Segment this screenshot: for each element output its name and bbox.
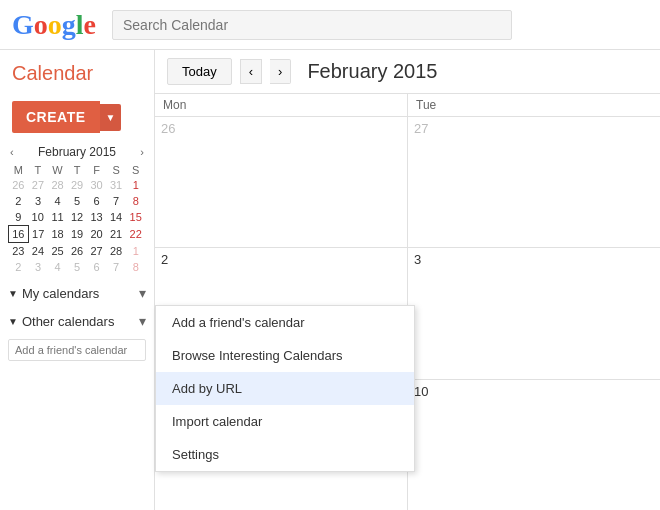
weekday-m: M xyxy=(9,163,29,177)
weekday-t: T xyxy=(28,163,48,177)
cal-day-10-feb[interactable]: 10 xyxy=(408,380,660,510)
mini-cal-day[interactable]: 19 xyxy=(67,226,87,243)
mini-cal-day[interactable]: 29 xyxy=(67,177,87,193)
prev-month-button[interactable]: ‹ xyxy=(240,59,262,84)
mini-cal-week-row: 9101112131415 xyxy=(9,209,146,226)
mini-calendar-grid: M T W T F S S 26272829303112345678910111… xyxy=(8,163,146,275)
dropdown-menu-item[interactable]: Add a friend's calendar xyxy=(156,306,414,339)
mini-cal-next-arrow[interactable]: › xyxy=(138,146,146,158)
my-calendars-label: My calendars xyxy=(22,286,99,301)
dropdown-menu-item[interactable]: Browse Interesting Calendars xyxy=(156,339,414,372)
weekday-t2: T xyxy=(67,163,87,177)
mini-cal-day[interactable]: 2 xyxy=(9,193,29,209)
mini-cal-day[interactable]: 15 xyxy=(126,209,146,226)
mini-cal-day[interactable]: 31 xyxy=(106,177,126,193)
mini-cal-day[interactable]: 6 xyxy=(87,193,107,209)
calendar-app-title: Calendar xyxy=(12,62,93,84)
mini-cal-day[interactable]: 3 xyxy=(28,193,48,209)
other-calendars-settings-icon[interactable]: ▾ xyxy=(139,313,146,329)
logo-letter-o2: o xyxy=(48,9,62,41)
mini-cal-day[interactable]: 25 xyxy=(48,243,68,260)
mini-cal-day[interactable]: 18 xyxy=(48,226,68,243)
mini-cal-day[interactable]: 10 xyxy=(28,209,48,226)
dropdown-menu-item[interactable]: Settings xyxy=(156,438,414,471)
mini-cal-day[interactable]: 27 xyxy=(87,243,107,260)
my-calendars-section[interactable]: ▼ My calendars ▾ xyxy=(0,279,154,307)
my-calendars-toggle-icon: ▼ xyxy=(8,288,18,299)
google-logo: Google xyxy=(12,9,96,41)
today-button[interactable]: Today xyxy=(167,58,232,85)
mini-cal-day[interactable]: 28 xyxy=(48,177,68,193)
mini-calendar-month-label: February 2015 xyxy=(38,145,116,159)
mini-cal-day[interactable]: 20 xyxy=(87,226,107,243)
mini-cal-day[interactable]: 24 xyxy=(28,243,48,260)
mini-cal-day[interactable]: 12 xyxy=(67,209,87,226)
my-calendars-settings-icon[interactable]: ▾ xyxy=(139,285,146,301)
mini-cal-week-row: 2627282930311 xyxy=(9,177,146,193)
weekday-s2: S xyxy=(126,163,146,177)
mini-cal-day[interactable]: 7 xyxy=(106,259,126,275)
calendar-month-label: February 2015 xyxy=(307,60,437,83)
dropdown-menu-item[interactable]: Add by URL xyxy=(156,372,414,405)
mini-cal-day[interactable]: 1 xyxy=(126,177,146,193)
add-friend-calendar-input[interactable] xyxy=(8,339,146,361)
cal-day-3-feb[interactable]: 3 xyxy=(408,248,660,378)
sidebar-title-area: Calendar xyxy=(0,58,154,93)
mini-cal-day[interactable]: 16 xyxy=(9,226,29,243)
mini-calendar-header: ‹ February 2015 › xyxy=(8,145,146,159)
logo-letter-o1: o xyxy=(34,9,48,41)
next-month-button[interactable]: › xyxy=(270,59,291,84)
mini-cal-day[interactable]: 8 xyxy=(126,259,146,275)
logo-letter-g: G xyxy=(12,9,34,41)
mini-cal-day[interactable]: 14 xyxy=(106,209,126,226)
create-button[interactable]: CREATE xyxy=(12,101,100,133)
mini-cal-day[interactable]: 28 xyxy=(106,243,126,260)
mini-cal-day[interactable]: 23 xyxy=(9,243,29,260)
mini-cal-day[interactable]: 13 xyxy=(87,209,107,226)
logo-letter-g2: g xyxy=(62,9,76,41)
mini-cal-day[interactable]: 5 xyxy=(67,193,87,209)
search-input[interactable] xyxy=(112,10,512,40)
day-header-tue: Tue xyxy=(408,94,660,116)
mini-cal-day[interactable]: 8 xyxy=(126,193,146,209)
cal-day-27-jan[interactable]: 27 xyxy=(408,117,660,247)
mini-cal-week-row: 2345678 xyxy=(9,259,146,275)
mini-cal-day[interactable]: 1 xyxy=(126,243,146,260)
mini-cal-week-row: 2324252627281 xyxy=(9,243,146,260)
other-calendars-section[interactable]: ▼ Other calendars ▾ xyxy=(0,307,154,335)
calendar-day-headers: Mon Tue xyxy=(155,94,660,117)
mini-cal-day[interactable]: 26 xyxy=(67,243,87,260)
mini-cal-day[interactable]: 4 xyxy=(48,259,68,275)
mini-cal-day[interactable]: 3 xyxy=(28,259,48,275)
mini-cal-weekday-row: M T W T F S S xyxy=(9,163,146,177)
mini-cal-day[interactable]: 30 xyxy=(87,177,107,193)
mini-calendar: ‹ February 2015 › M T W T F S S xyxy=(0,141,154,279)
mini-cal-day[interactable]: 21 xyxy=(106,226,126,243)
mini-cal-day[interactable]: 26 xyxy=(9,177,29,193)
mini-cal-day[interactable]: 17 xyxy=(28,226,48,243)
other-calendars-label: Other calendars xyxy=(22,314,115,329)
mini-cal-day[interactable]: 7 xyxy=(106,193,126,209)
create-dropdown-button[interactable]: ▼ xyxy=(100,104,122,131)
mini-cal-day[interactable]: 27 xyxy=(28,177,48,193)
mini-cal-day[interactable]: 2 xyxy=(9,259,29,275)
mini-cal-day[interactable]: 5 xyxy=(67,259,87,275)
mini-cal-day[interactable]: 22 xyxy=(126,226,146,243)
dropdown-menu-item[interactable]: Import calendar xyxy=(156,405,414,438)
mini-cal-day[interactable]: 11 xyxy=(48,209,68,226)
mini-cal-day[interactable]: 6 xyxy=(87,259,107,275)
mini-cal-day[interactable]: 4 xyxy=(48,193,68,209)
calendar-toolbar: Today ‹ › February 2015 xyxy=(155,50,660,94)
mini-cal-day[interactable]: 9 xyxy=(9,209,29,226)
other-calendars-dropdown: Add a friend's calendarBrowse Interestin… xyxy=(155,305,415,472)
day-header-mon: Mon xyxy=(155,94,408,116)
sidebar: Calendar CREATE ▼ ‹ February 2015 › M T … xyxy=(0,50,155,510)
weekday-s: S xyxy=(106,163,126,177)
mini-cal-prev-arrow[interactable]: ‹ xyxy=(8,146,16,158)
cal-day-26-jan[interactable]: 26 xyxy=(155,117,408,247)
weekday-w: W xyxy=(48,163,68,177)
mini-calendar-body: 2627282930311234567891011121314151617181… xyxy=(9,177,146,275)
calendar-week-row: 26 27 xyxy=(155,117,660,248)
other-calendars-toggle-icon: ▼ xyxy=(8,316,18,327)
app-header: Google xyxy=(0,0,660,50)
